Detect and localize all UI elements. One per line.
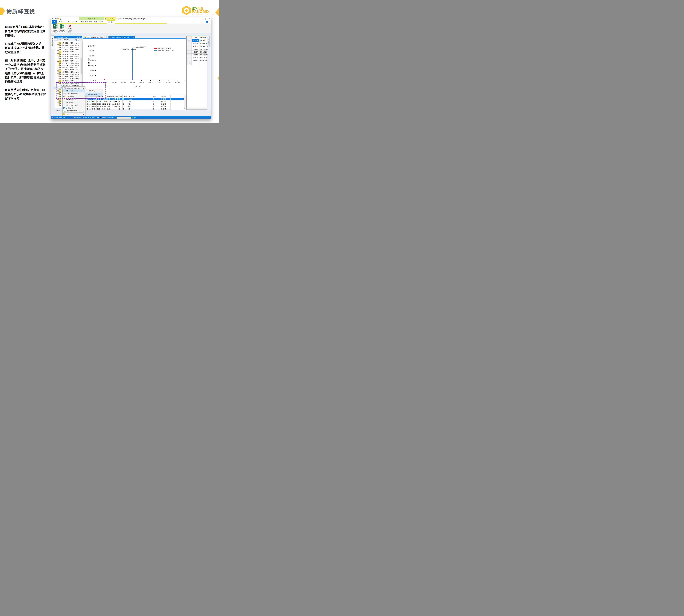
table-row[interactable]: ▶ [min... 99.30 110.01 104.68 10.71 2.65… [83,100,186,103]
tree-item[interactable]: › 137.0152, 1 MS/MS scans [54,42,82,44]
table-row[interactable]: ▶ [min... 95.62 99.30 96.91 3.68 2.01E+0… [83,103,186,105]
collapse-ribbon-icon[interactable]: ⌃ [203,21,205,23]
tree-item[interactable]: › 199.1885, 1 MS/MS scans [54,80,82,82]
menu-item-search-formula[interactable]: Search Formula ▶ [63,109,85,112]
tab-output[interactable]: Output [56,110,60,111]
expander-icon[interactable]: › [55,58,57,60]
expander-icon[interactable]: › [55,78,57,80]
expander-icon[interactable]: › [55,67,57,68]
menu-item-spectrum-search[interactable]: Spectrum Search [63,104,85,107]
expander-icon[interactable]: › [55,42,57,44]
save-icon[interactable] [60,18,62,20]
tree-item[interactable]: › 143.0396, 1 MS/MS scans [54,53,82,55]
menu-item-dia-annotation[interactable]: DIA Annotation ▶ [63,98,85,101]
checkbox[interactable] [57,80,59,82]
table-row[interactable]: ▶ 406.67 259417168 [187,51,207,53]
search-icon[interactable] [75,39,77,41]
checkbox[interactable] [57,49,59,50]
status-toolkit[interactable]: Use m/z Data Toolkits [74,117,87,118]
expander-icon[interactable]: › [55,71,57,73]
tree-item[interactable]: › 174.1124, 1 MS/MS scans [54,69,82,71]
tree-item[interactable]: › 138.0913, 1 MS/MS scans [54,44,82,46]
toolkit-dropdown-icon[interactable]: ▾ [88,117,89,118]
tree-item[interactable]: › 146.0600, 1 MS/MS scans [54,58,82,60]
table-row[interactable]: ▶ 405.19 332778496 [187,48,207,51]
panel-dropdown-icon[interactable]: ▾ [77,37,78,38]
checkbox[interactable] [57,73,59,75]
undo-icon[interactable]: ↶ [55,18,56,20]
expander-icon[interactable]: › [55,60,57,62]
expander-icon[interactable]: › [55,44,57,46]
tree-item[interactable]: › 142.0863, 1 MS/MS scans [54,51,82,53]
checkbox[interactable] [57,69,59,70]
tab-tools[interactable]: Tools [65,20,70,23]
table-row[interactable]: ▶ 403.95 257142928 [187,45,207,48]
expander-icon[interactable]: › [55,102,57,104]
tree-item[interactable]: › 198.1851, 1 MS/MS scans [54,78,82,80]
expander-icon[interactable]: › [55,80,57,82]
expander-icon[interactable]: › [55,51,57,53]
status-counter[interactable]: 0/0 [134,117,136,118]
table-row[interactable]: ▶ 408.17 120179576 [187,53,207,57]
tree-scrollbar-thumb[interactable] [81,58,82,74]
checkbox[interactable] [57,71,59,73]
tree-item[interactable]: › 149.0233, 1 MS/MS scans [54,60,82,62]
expander-icon[interactable]: › [55,53,57,55]
checkbox[interactable] [57,53,59,55]
properties-scroll-indicator[interactable] [209,36,210,47]
expander-icon[interactable]: › [55,105,57,106]
checkbox[interactable] [57,42,59,44]
new-row[interactable]: ✱ [187,62,207,65]
reset-filter-button[interactable]: ✕ Reset Filter [67,24,73,31]
expander-icon[interactable]: › [55,69,57,71]
checkbox[interactable] [57,47,59,48]
collapse-all-icon[interactable]: ⇅ [81,39,82,41]
menu-item-file[interactable]: File ▶ [63,113,85,115]
expander-icon[interactable]: › [55,47,57,48]
tab-main[interactable]: Main [58,20,64,23]
tab-file[interactable]: File [52,20,57,24]
minimize-button[interactable]: – [201,18,204,20]
expander-icon[interactable]: › [55,56,57,57]
table-row[interactable]: ▶ [min... 88.77 91.43 90.08 2.66 1.02E+0… [83,105,186,108]
search-input[interactable]: 200.005 [63,39,75,41]
checkbox[interactable] [57,62,59,64]
table-row[interactable]: ▶ 409.57 46744184 [187,57,207,59]
panel-close-icon[interactable]: ✕ [81,37,82,38]
checkbox[interactable] [57,76,59,77]
checkbox[interactable] [57,56,59,57]
maximize-button[interactable] [205,18,207,20]
expander-icon[interactable]: › [55,64,57,66]
table-row[interactable]: ▶ 410.89 15325260 [187,59,207,62]
search-options-icon[interactable] [78,39,79,41]
expander-icon[interactable]: › [55,73,57,75]
doc-tab-peak-finding[interactable]: Peak Finding [XIC [m/z=2... ✕ [109,36,135,39]
features-explorer-header[interactable]: Features Explorer ▾ ✕ [54,36,82,39]
tree-item[interactable]: › 186.9563, 1 MS/MS scans [54,71,82,73]
status-file-name[interactable]: P211004079.raw [54,117,65,118]
save-matrix-button[interactable]: Save Matrix [59,24,65,31]
checkbox[interactable] [57,103,59,104]
checkbox[interactable] [57,100,59,102]
expander-icon[interactable]: › [55,75,57,78]
pin-icon[interactable] [79,37,79,38]
tab-data-viewer[interactable]: Data Viewer [94,20,103,23]
tree-item[interactable]: › 196.0479, 1 MS/MS scans [54,73,82,75]
expander-icon[interactable]: › [55,100,57,102]
menu-item-ion-search[interactable]: Ion Search [63,107,85,109]
qat-dropdown-icon[interactable]: ▾ [62,18,63,19]
tab-design[interactable]: Design [107,20,115,24]
close-button[interactable]: ✕ [208,18,211,20]
expander-icon[interactable]: › [55,49,57,51]
flask-icon[interactable] [52,18,53,19]
table-row[interactable]: ▶ 401.08 497203 [187,39,207,42]
right-panel-hscrollbar[interactable]: ‹ [187,108,207,110]
sidebar-tab-file-explorer[interactable]: File Explorer [51,36,54,49]
tree-item[interactable]: › 141.9586, 1 MS/MS scans [54,49,82,51]
checkbox[interactable] [57,67,59,68]
checkbox[interactable] [57,65,59,66]
menu-item-copy-ions[interactable]: Copy Ions [63,101,85,104]
checkbox[interactable] [57,51,59,53]
tree-item[interactable]: › 157.0164, 2 MS/MS scans [54,64,82,66]
tree-item[interactable]: › 154.0417, 1 MS/MS scans [54,62,82,64]
